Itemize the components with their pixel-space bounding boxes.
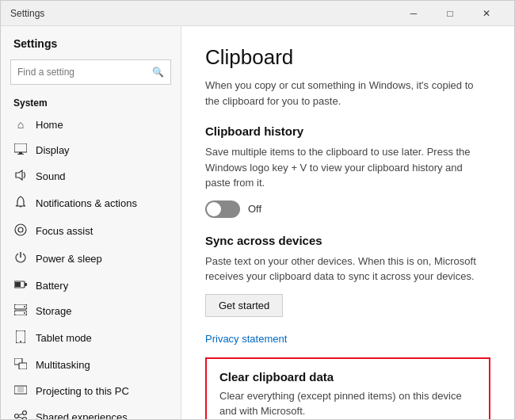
sidebar-item-label: Tablet mode	[36, 332, 92, 344]
tablet-icon	[13, 330, 28, 346]
storage-icon	[13, 304, 28, 318]
focus-assist-icon	[13, 223, 28, 239]
maximize-button[interactable]: □	[432, 1, 468, 26]
svg-point-19	[15, 414, 19, 418]
svg-rect-16	[19, 363, 27, 369]
sidebar-item-multitasking[interactable]: Multitasking	[1, 352, 181, 378]
clear-clipboard-section: Clear clipboard data Clear everything (e…	[205, 357, 490, 420]
svg-point-12	[24, 312, 25, 314]
sidebar-item-battery[interactable]: Battery	[1, 273, 181, 298]
toggle-knob	[207, 202, 221, 216]
home-icon: ⌂	[13, 118, 28, 131]
svg-marker-3	[16, 170, 22, 180]
svg-point-4	[15, 224, 26, 235]
page-description: When you copy or cut something in Window…	[205, 78, 490, 109]
clipboard-history-toggle-row: Off	[205, 200, 490, 218]
svg-line-22	[19, 414, 23, 415]
sound-icon	[13, 170, 28, 183]
display-icon	[13, 143, 28, 157]
sync-devices-title: Sync across devices	[205, 234, 490, 247]
sidebar-item-label: Power & sleep	[36, 253, 102, 265]
sidebar-item-focus-assist[interactable]: Focus assist	[1, 217, 181, 245]
svg-point-14	[20, 341, 21, 342]
svg-rect-7	[15, 282, 21, 287]
search-input[interactable]	[17, 67, 152, 78]
sidebar-item-power-sleep[interactable]: Power & sleep	[1, 245, 181, 273]
svg-point-11	[24, 306, 25, 307]
sidebar-item-storage[interactable]: Storage	[1, 298, 181, 324]
battery-icon	[13, 279, 28, 292]
power-icon	[13, 251, 28, 266]
sidebar-item-label: Focus assist	[36, 225, 93, 237]
sidebar-item-shared-experiences[interactable]: Shared experiences	[1, 404, 181, 419]
privacy-statement-link[interactable]: Privacy statement	[205, 333, 287, 345]
sidebar-item-sound[interactable]: Sound	[1, 163, 181, 189]
sidebar-item-home[interactable]: ⌂ Home	[1, 112, 181, 137]
svg-rect-2	[17, 154, 24, 155]
shared-icon	[13, 410, 28, 419]
svg-rect-8	[25, 283, 27, 286]
close-button[interactable]: ✕	[468, 1, 505, 26]
sidebar-item-label: Home	[36, 119, 63, 131]
clipboard-history-title: Clipboard history	[205, 124, 490, 138]
svg-point-20	[23, 411, 27, 415]
sidebar-item-label: Storage	[36, 305, 72, 317]
sidebar-item-notifications[interactable]: Notifications & actions	[1, 189, 181, 217]
sidebar-item-projecting[interactable]: Projecting to this PC	[1, 378, 181, 404]
clear-clipboard-title: Clear clipboard data	[219, 370, 476, 384]
svg-line-23	[19, 417, 23, 418]
notifications-icon	[13, 196, 28, 211]
main-content: Clipboard When you copy or cut something…	[181, 26, 514, 419]
sidebar-item-label: Notifications & actions	[36, 197, 137, 209]
get-started-button[interactable]: Get started	[205, 294, 283, 317]
sidebar-scroll: ⌂ Home Display Sound	[1, 112, 181, 419]
svg-point-5	[18, 227, 23, 232]
svg-rect-1	[19, 152, 22, 154]
svg-rect-0	[14, 143, 27, 152]
page-title: Clipboard	[205, 45, 490, 70]
svg-rect-18	[17, 387, 24, 392]
window-content: Settings 🔍 System ⌂ Home Display	[1, 26, 514, 419]
sidebar: Settings 🔍 System ⌂ Home Display	[1, 26, 181, 419]
sidebar-item-label: Multitasking	[36, 359, 90, 371]
sidebar-item-label: Shared experiences	[36, 411, 128, 419]
projecting-icon	[13, 384, 28, 398]
sidebar-item-label: Sound	[36, 170, 66, 182]
sidebar-item-label: Battery	[36, 280, 68, 292]
sidebar-section-title: System	[1, 93, 181, 112]
sidebar-item-label: Projecting to this PC	[36, 385, 129, 397]
minimize-button[interactable]: ─	[395, 1, 432, 26]
search-box[interactable]: 🔍	[10, 59, 171, 85]
window-title: Settings	[10, 8, 395, 19]
sidebar-app-title: Settings	[1, 26, 181, 56]
window-controls: ─ □ ✕	[395, 1, 505, 26]
clear-clipboard-desc: Clear everything (except pinned items) o…	[219, 388, 476, 419]
svg-point-21	[23, 418, 27, 420]
search-icon: 🔍	[152, 67, 164, 78]
clipboard-history-desc: Save multiple items to the clipboard to …	[205, 144, 490, 191]
clipboard-history-toggle[interactable]	[205, 200, 240, 218]
sidebar-item-display[interactable]: Display	[1, 137, 181, 163]
sidebar-item-label: Display	[36, 144, 70, 156]
sidebar-item-tablet-mode[interactable]: Tablet mode	[1, 324, 181, 352]
settings-window: Settings ─ □ ✕ Settings 🔍 System ⌂ Home	[0, 0, 515, 420]
sync-devices-desc: Paste text on your other devices. When t…	[205, 254, 490, 284]
multitasking-icon	[13, 358, 28, 372]
title-bar: Settings ─ □ ✕	[1, 1, 514, 26]
toggle-state-label: Off	[248, 203, 261, 215]
